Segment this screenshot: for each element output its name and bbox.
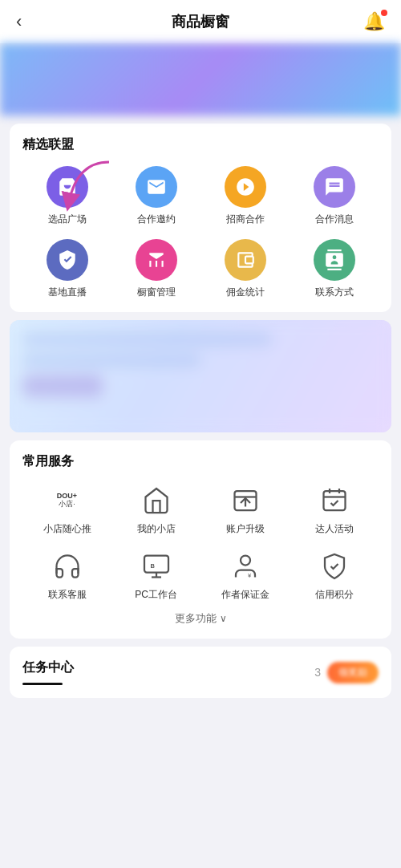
jidi-icon (47, 239, 88, 281)
hezuo-icon (136, 166, 177, 208)
svg-rect-8 (144, 556, 168, 573)
chuangkou-item[interactable]: 橱窗管理 (111, 239, 200, 299)
notification-bell-button[interactable]: 🔔 (363, 11, 385, 32)
svg-text:¥: ¥ (248, 572, 252, 579)
more-functions-button[interactable]: 更多功能 ∨ (22, 611, 379, 626)
customer-service-icon (50, 549, 85, 584)
mid-banner-overlay (10, 320, 391, 432)
my-shop-item[interactable]: 我的小店 (111, 483, 200, 536)
more-label: 更多功能 (175, 611, 217, 626)
svg-rect-4 (323, 491, 345, 510)
page-title: 商品橱窗 (172, 12, 229, 31)
service-grid: DOU+ 小店· 小店随心推 我的小店 (22, 483, 379, 602)
account-upgrade-item[interactable]: 账户升级 (200, 483, 290, 536)
task-center-title: 任务中心 (22, 659, 74, 676)
xiaodian-push-item[interactable]: DOU+ 小店· 小店随心推 (22, 483, 111, 536)
claim-reward-button[interactable]: 领奖励 (327, 662, 379, 683)
task-underline (22, 683, 63, 685)
daren-activity-item[interactable]: 达人活动 (290, 483, 379, 536)
jingxuan-title: 精选联盟 (22, 136, 379, 153)
svg-point-12 (241, 556, 250, 566)
task-right: 3 领奖励 (314, 662, 379, 683)
jingxuan-card: 精选联盟 选品广场 合作邀约 (10, 124, 391, 312)
author-deposit-icon: ¥ (228, 549, 263, 584)
zhaoshang-item[interactable]: 招商合作 (200, 166, 290, 226)
customer-service-item[interactable]: 联系客服 (22, 549, 111, 602)
xiaoxi-label: 合作消息 (315, 213, 354, 226)
credit-score-item[interactable]: 信用积分 (290, 549, 379, 602)
xiaodian-push-icon: DOU+ 小店· (50, 483, 85, 518)
account-upgrade-icon (228, 483, 263, 518)
hezuo-label: 合作邀约 (137, 213, 176, 226)
lianxi-icon (314, 239, 355, 281)
changyong-card: 常用服务 DOU+ 小店· 小店随心推 我的小店 (10, 440, 391, 639)
credit-score-label: 信用积分 (315, 588, 354, 602)
my-shop-icon (139, 483, 174, 518)
chuangkou-label: 橱窗管理 (137, 286, 176, 299)
lianxi-label: 联系方式 (315, 286, 354, 299)
xiaodian-push-label: 小店随心推 (43, 522, 91, 536)
author-deposit-label: 作者保证金 (221, 588, 269, 602)
jidi-item[interactable]: 基地直播 (22, 239, 111, 299)
yongjin-icon (225, 239, 266, 281)
pc-workbench-icon: B (139, 549, 174, 584)
task-left: 任务中心 (22, 659, 74, 685)
daren-activity-icon (317, 483, 352, 518)
changyong-title: 常用服务 (22, 453, 379, 470)
zhaoshang-icon (225, 166, 266, 208)
yongjin-label: 佣金统计 (226, 286, 265, 299)
credit-score-icon (317, 549, 352, 584)
xiaoxi-item[interactable]: 合作消息 (290, 166, 379, 226)
author-deposit-item[interactable]: ¥ 作者保证金 (200, 549, 290, 602)
xiaoxi-icon (314, 166, 355, 208)
task-count: 3 (314, 666, 321, 679)
svg-text:B: B (150, 562, 155, 570)
account-upgrade-label: 账户升级 (226, 522, 265, 536)
xuanpin-label: 选品广场 (48, 213, 87, 226)
jidi-label: 基地直播 (48, 286, 87, 299)
mid-banner (10, 320, 391, 432)
header: ‹ 商品橱窗 🔔 (0, 0, 401, 43)
back-button[interactable]: ‹ (16, 11, 22, 32)
xuanpin-item[interactable]: 选品广场 (22, 166, 111, 226)
chuangkou-icon (136, 239, 177, 281)
lianxi-item[interactable]: 联系方式 (290, 239, 379, 299)
xuanpin-icon (47, 166, 88, 208)
chevron-down-icon: ∨ (220, 613, 227, 624)
task-center-card: 任务中心 3 领奖励 (10, 647, 391, 698)
jingxuan-grid: 选品广场 合作邀约 招商合作 合作消息 (22, 166, 379, 299)
pc-workbench-item[interactable]: B PC工作台 (111, 549, 200, 602)
my-shop-label: 我的小店 (137, 522, 176, 536)
customer-service-label: 联系客服 (48, 588, 87, 602)
notification-badge (381, 10, 387, 16)
daren-activity-label: 达人活动 (315, 522, 354, 536)
yongjin-item[interactable]: 佣金统计 (200, 239, 290, 299)
pc-workbench-label: PC工作台 (135, 588, 177, 602)
hezuo-item[interactable]: 合作邀约 (111, 166, 200, 226)
zhaoshang-label: 招商合作 (226, 213, 265, 226)
top-banner (0, 43, 401, 116)
arrow-container: 选品广场 合作邀约 招商合作 合作消息 (22, 166, 379, 299)
